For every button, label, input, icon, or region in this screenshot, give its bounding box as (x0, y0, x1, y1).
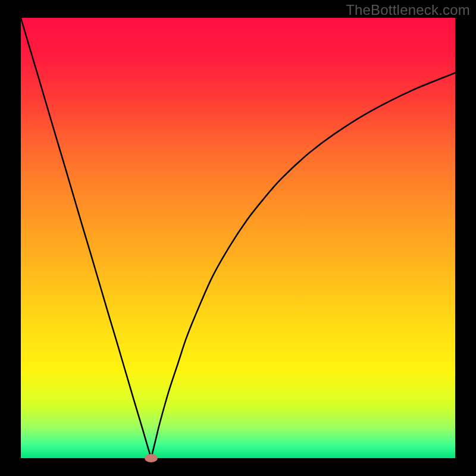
minimum-marker (145, 454, 158, 462)
bottleneck-chart (0, 0, 476, 476)
chart-frame: TheBottleneck.com (0, 0, 476, 476)
watermark-label: TheBottleneck.com (346, 2, 470, 18)
